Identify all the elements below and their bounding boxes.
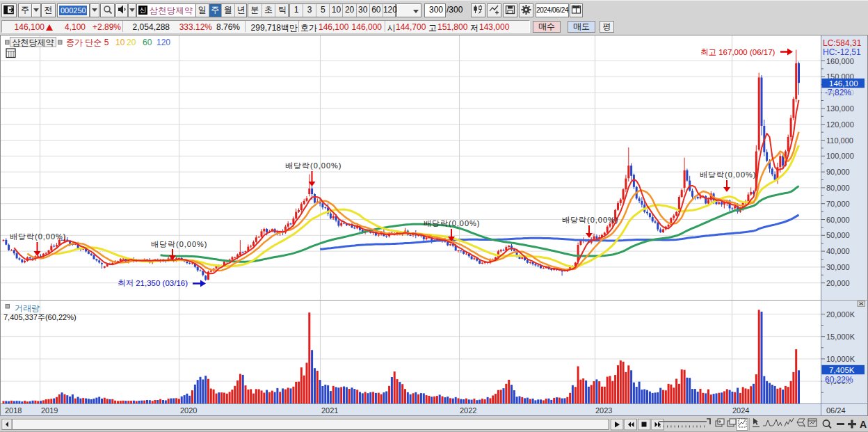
svg-text:60,22%: 60,22%: [825, 375, 853, 385]
svg-text:2024: 2024: [732, 406, 749, 415]
svg-text:60: 60: [143, 38, 152, 47]
svg-text:20: 20: [127, 38, 136, 47]
svg-text:160,000: 160,000: [826, 57, 854, 65]
svg-text:종가 단순 5: 종가 단순 5: [66, 38, 109, 47]
svg-text:HC:-12,51: HC:-12,51: [823, 47, 861, 57]
svg-text:120: 120: [156, 38, 170, 47]
svg-text:최저 21,350 (03/16): 최저 21,350 (03/16): [118, 279, 188, 287]
svg-text:100,000: 100,000: [826, 152, 854, 160]
svg-text:2023: 2023: [595, 406, 612, 415]
svg-text:2018: 2018: [5, 406, 22, 415]
svg-text:2022: 2022: [460, 406, 476, 415]
svg-text:배당락(0,00%): 배당락(0,00%): [562, 216, 619, 224]
svg-text:2020: 2020: [180, 406, 197, 415]
svg-text:15,000K: 15,000K: [826, 333, 855, 341]
svg-text:10: 10: [115, 38, 125, 47]
svg-text:80,000: 80,000: [826, 184, 850, 192]
svg-text:LC:584,31: LC:584,31: [823, 38, 862, 48]
svg-text:10,000K: 10,000K: [826, 355, 855, 363]
svg-text:70,000: 70,000: [826, 200, 850, 208]
svg-text:-7,82%: -7,82%: [825, 88, 851, 97]
svg-text:20,000K: 20,000K: [826, 310, 855, 319]
svg-text:7,405,337주(60,22%): 7,405,337주(60,22%): [3, 313, 77, 321]
svg-text:20,000: 20,000: [826, 279, 850, 287]
svg-text:06/24: 06/24: [826, 406, 846, 415]
svg-text:배당락(0,00%): 배당락(0,00%): [151, 240, 208, 248]
svg-text:배당락(0,00%): 배당락(0,00%): [700, 170, 757, 179]
svg-text:배당락(0,00%): 배당락(0,00%): [10, 232, 67, 241]
svg-text:130,000: 130,000: [826, 104, 854, 113]
svg-text:배당락(0,00%): 배당락(0,00%): [424, 219, 481, 227]
svg-text:120,000: 120,000: [826, 120, 854, 129]
svg-text:50,000: 50,000: [826, 231, 850, 239]
svg-text:2019: 2019: [41, 406, 58, 415]
svg-text:2021: 2021: [321, 406, 338, 415]
svg-text:30,000: 30,000: [826, 263, 850, 271]
svg-text:배당락(0,00%): 배당락(0,00%): [285, 161, 342, 170]
svg-text:거래량: 거래량: [15, 303, 40, 313]
svg-text:90,000: 90,000: [826, 168, 850, 176]
svg-text:40,000: 40,000: [826, 247, 850, 255]
svg-text:110,000: 110,000: [826, 136, 853, 145]
svg-text:삼천당제약: 삼천당제약: [13, 38, 54, 47]
svg-text:A: A: [860, 419, 867, 430]
svg-text:최고 167,000 (06/17): 최고 167,000 (06/17): [700, 48, 775, 56]
svg-text:60,000: 60,000: [826, 216, 850, 224]
svg-text:7,405K: 7,405K: [829, 366, 855, 374]
svg-text:146,100: 146,100: [829, 79, 858, 88]
